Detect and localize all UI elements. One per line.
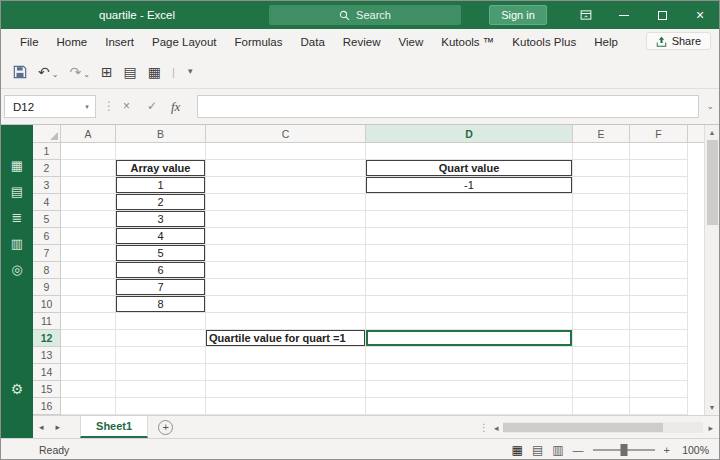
cell-D3[interactable]: -1 [366, 177, 573, 194]
horizontal-scrollbar-thumb[interactable] [503, 423, 663, 432]
cell-B14[interactable] [116, 364, 206, 381]
redo-button[interactable]: ↷ ⌄ [65, 62, 93, 82]
scroll-up-icon[interactable]: ▲ [705, 125, 719, 140]
column-header-E[interactable]: E [573, 125, 630, 143]
cell-E16[interactable] [573, 398, 630, 415]
cell-F10[interactable] [630, 296, 688, 313]
scroll-left-icon[interactable]: ◂ [492, 423, 501, 433]
cell-C11[interactable] [206, 313, 366, 330]
cell-A14[interactable] [61, 364, 116, 381]
row-header-3[interactable]: 3 [33, 177, 61, 194]
cancel-entry-icon[interactable]: × [123, 99, 130, 113]
cell-D6[interactable] [366, 228, 573, 245]
save-button[interactable] [9, 62, 31, 82]
cell-C13[interactable] [206, 347, 366, 364]
cell-F4[interactable] [630, 194, 688, 211]
ribbon-tab-kutools-plus[interactable]: Kutools Plus [503, 29, 585, 55]
horizontal-scrollbar-track[interactable] [503, 422, 703, 433]
cell-E11[interactable] [573, 313, 630, 330]
ribbon-tab-view[interactable]: View [390, 29, 433, 55]
cell-E8[interactable] [573, 262, 630, 279]
column-header-F[interactable]: F [630, 125, 688, 143]
close-button[interactable]: × [681, 1, 719, 29]
cell-B16[interactable] [116, 398, 206, 415]
vertical-scrollbar-thumb[interactable] [707, 140, 718, 225]
cell-F9[interactable] [630, 279, 688, 296]
workbook-pane-icon[interactable]: ▦ [11, 159, 23, 172]
cell-F13[interactable] [630, 347, 688, 364]
cell-B7[interactable]: 5 [116, 245, 206, 262]
cell-B12[interactable] [116, 330, 206, 347]
cell-C3[interactable] [206, 177, 366, 194]
cell-A10[interactable] [61, 296, 116, 313]
cell-C6[interactable] [206, 228, 366, 245]
find-pane-icon[interactable]: ◎ [11, 263, 22, 276]
previous-sheet-icon[interactable]: ◂ [33, 422, 50, 432]
cell-B11[interactable] [116, 313, 206, 330]
scroll-down-icon[interactable]: ▼ [705, 400, 719, 415]
row-header-9[interactable]: 9 [33, 279, 61, 296]
cell-D13[interactable] [366, 347, 573, 364]
ribbon-tab-file[interactable]: File [11, 29, 48, 55]
column-header-D[interactable]: D [366, 125, 573, 143]
undo-button[interactable]: ↶ ⌄ [34, 62, 62, 82]
cell-E13[interactable] [573, 347, 630, 364]
ribbon-tab-kutools[interactable]: Kutools ™ [432, 29, 503, 55]
cell-B5[interactable]: 3 [116, 211, 206, 228]
row-header-2[interactable]: 2 [33, 160, 61, 177]
cell-A8[interactable] [61, 262, 116, 279]
cell-C8[interactable] [206, 262, 366, 279]
maximize-button[interactable] [643, 1, 681, 29]
cell-A1[interactable] [61, 143, 116, 160]
cell-B1[interactable] [116, 143, 206, 160]
cell-A3[interactable] [61, 177, 116, 194]
cell-C10[interactable] [206, 296, 366, 313]
cell-A6[interactable] [61, 228, 116, 245]
cell-C14[interactable] [206, 364, 366, 381]
cell-E5[interactable] [573, 211, 630, 228]
insert-function-icon[interactable]: fx [171, 99, 180, 115]
columns-pane-icon[interactable]: ≣ [12, 211, 23, 224]
zoom-slider-thumb[interactable] [620, 444, 627, 456]
ribbon-tab-page-layout[interactable]: Page Layout [143, 29, 226, 55]
cell-F7[interactable] [630, 245, 688, 262]
cell-C7[interactable] [206, 245, 366, 262]
qat-grid-button[interactable]: ▦ [144, 62, 165, 82]
cell-D5[interactable] [366, 211, 573, 228]
cell-A5[interactable] [61, 211, 116, 228]
row-header-11[interactable]: 11 [33, 313, 61, 330]
cell-F1[interactable] [630, 143, 688, 160]
cell-C16[interactable] [206, 398, 366, 415]
zoom-level-label[interactable]: 100% [679, 444, 709, 456]
cell-B13[interactable] [116, 347, 206, 364]
sign-in-button[interactable]: Sign in [489, 5, 547, 25]
cell-B2[interactable]: Array value [116, 160, 206, 177]
ranges-pane-icon[interactable]: ▥ [11, 237, 23, 250]
qat-table-button[interactable]: ⊞ [97, 62, 117, 82]
cell-D1[interactable] [366, 143, 573, 160]
ribbon-tab-formulas[interactable]: Formulas [226, 29, 292, 55]
cell-E4[interactable] [573, 194, 630, 211]
zoom-slider[interactable] [593, 449, 655, 451]
cell-A15[interactable] [61, 381, 116, 398]
cell-F14[interactable] [630, 364, 688, 381]
cell-B10[interactable]: 8 [116, 296, 206, 313]
cell-F5[interactable] [630, 211, 688, 228]
column-header-C[interactable]: C [206, 125, 366, 143]
cell-C12[interactable]: Quartile value for quart =1 [206, 330, 366, 347]
next-sheet-icon[interactable]: ▸ [50, 422, 67, 432]
cell-F8[interactable] [630, 262, 688, 279]
row-header-6[interactable]: 6 [33, 228, 61, 245]
ribbon-tab-home[interactable]: Home [48, 29, 97, 55]
cell-E14[interactable] [573, 364, 630, 381]
ribbon-tab-insert[interactable]: Insert [96, 29, 143, 55]
formula-bar-splitter[interactable]: ⋮ [103, 99, 115, 113]
cell-E9[interactable] [573, 279, 630, 296]
ribbon-tab-review[interactable]: Review [334, 29, 390, 55]
row-header-4[interactable]: 4 [33, 194, 61, 211]
cell-E10[interactable] [573, 296, 630, 313]
cell-A12[interactable] [61, 330, 116, 347]
cell-F6[interactable] [630, 228, 688, 245]
column-header-B[interactable]: B [116, 125, 206, 143]
cell-C9[interactable] [206, 279, 366, 296]
